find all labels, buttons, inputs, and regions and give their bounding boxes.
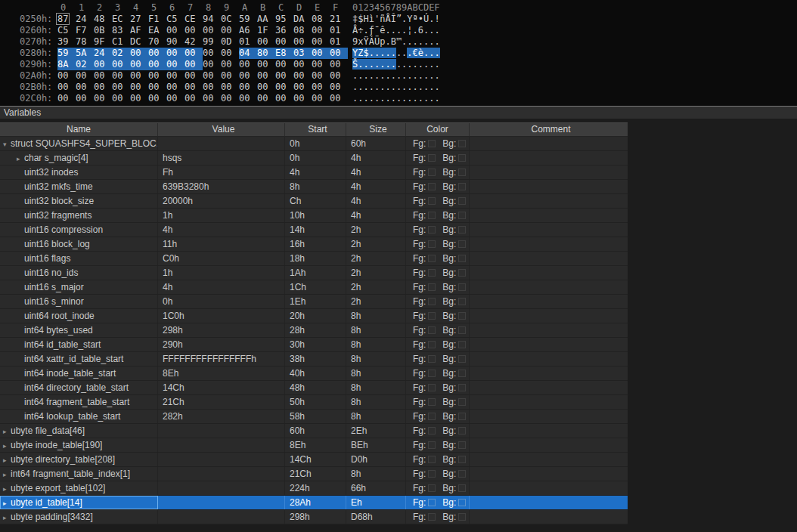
- fg-color-swatch[interactable]: [428, 240, 436, 248]
- variable-row[interactable]: ▸ubyte file_data[46]60h2EhFg:Bg:: [0, 424, 628, 438]
- fg-color-swatch[interactable]: [428, 283, 436, 291]
- hex-byte[interactable]: 00: [57, 93, 76, 104]
- hex-byte[interactable]: 70: [148, 36, 166, 48]
- hex-byte[interactable]: 00: [257, 70, 275, 82]
- hex-byte[interactable]: 00: [275, 93, 293, 104]
- hex-byte[interactable]: 00: [275, 36, 293, 48]
- bg-color-swatch[interactable]: [458, 269, 466, 277]
- hex-byte[interactable]: 36: [275, 25, 293, 36]
- hex-byte[interactable]: 0B: [94, 25, 112, 36]
- hex-byte[interactable]: EA: [148, 25, 166, 36]
- hex-byte[interactable]: 00: [221, 70, 239, 82]
- variable-row[interactable]: int64 lookup_table_start282h58h8hFg:Bg:: [0, 410, 628, 424]
- hex-byte[interactable]: 83: [112, 25, 130, 36]
- chevron-right-icon[interactable]: ▸: [14, 152, 24, 165]
- hex-ascii-column[interactable]: Å÷.ƒ¯ê....¦.6...: [352, 25, 440, 36]
- hex-byte[interactable]: 59: [57, 48, 76, 59]
- variable-row[interactable]: uint16 s_minor0h1Eh2hFg:Bg:: [0, 295, 628, 309]
- hex-byte[interactable]: A6: [239, 25, 257, 36]
- hex-byte[interactable]: DA: [293, 14, 312, 25]
- hex-byte[interactable]: 00: [130, 82, 148, 93]
- bg-color-swatch[interactable]: [458, 499, 466, 506]
- hex-byte[interactable]: EC: [112, 14, 130, 25]
- hex-byte[interactable]: 00: [239, 59, 257, 70]
- fg-color-swatch[interactable]: [428, 169, 436, 176]
- fg-color-swatch[interactable]: [428, 384, 436, 391]
- hex-byte[interactable]: 59: [239, 14, 257, 25]
- bg-color-swatch[interactable]: [458, 441, 466, 449]
- fg-color-swatch[interactable]: [428, 513, 436, 521]
- bg-color-swatch[interactable]: [458, 154, 466, 162]
- hex-ascii-column[interactable]: ................: [352, 70, 440, 81]
- variable-row[interactable]: uint64 root_inode1C0h20h8hFg:Bg:: [0, 309, 628, 323]
- fg-color-swatch[interactable]: [428, 427, 436, 435]
- hex-byte[interactable]: C1: [112, 36, 130, 48]
- bg-color-swatch[interactable]: [458, 312, 466, 320]
- fg-color-swatch[interactable]: [428, 413, 436, 420]
- hex-byte[interactable]: 00: [275, 59, 293, 70]
- hex-byte[interactable]: 95: [275, 14, 293, 25]
- hex-byte[interactable]: 00: [166, 93, 185, 104]
- hex-byte[interactable]: 00: [130, 48, 148, 59]
- hex-byte[interactable]: 00: [148, 59, 166, 70]
- fg-color-swatch[interactable]: [428, 255, 436, 262]
- hex-byte[interactable]: 00: [330, 93, 348, 104]
- bg-color-swatch[interactable]: [458, 355, 466, 363]
- fg-color-swatch[interactable]: [428, 298, 436, 305]
- bg-color-swatch[interactable]: [458, 240, 466, 248]
- hex-byte[interactable]: 01: [330, 36, 348, 48]
- hex-byte[interactable]: 00: [185, 93, 203, 104]
- hex-byte[interactable]: 00: [221, 59, 239, 70]
- variable-row[interactable]: uint16 block_log11h16h2hFg:Bg:: [0, 237, 628, 252]
- hex-byte[interactable]: 0D: [221, 36, 239, 48]
- hex-byte[interactable]: 87: [57, 14, 76, 25]
- hex-view[interactable]: 0123456789ABCDEF0123456789ABCDEF 0250h:8…: [0, 0, 797, 106]
- variable-row[interactable]: ▸char s_magic[4]hsqs0h4hFg:Bg:: [0, 151, 628, 165]
- hex-byte[interactable]: 00: [330, 82, 348, 93]
- hex-byte[interactable]: 00: [94, 70, 112, 82]
- bg-color-swatch[interactable]: [458, 140, 466, 147]
- hex-byte[interactable]: 00: [221, 25, 239, 36]
- variable-row[interactable]: ▸ubyte export_table[102]224h66hFg:Bg:: [0, 481, 628, 496]
- hex-byte[interactable]: 01: [239, 36, 257, 48]
- hex-byte[interactable]: 00: [312, 82, 330, 93]
- hex-byte[interactable]: 00: [330, 48, 348, 59]
- variable-row[interactable]: int64 xattr_id_table_startFFFFFFFFFFFFFF…: [0, 352, 628, 367]
- hex-byte[interactable]: 80: [257, 48, 275, 59]
- fg-color-swatch[interactable]: [428, 441, 436, 449]
- hex-byte[interactable]: 00: [76, 82, 94, 93]
- bg-color-swatch[interactable]: [458, 398, 466, 406]
- hex-byte[interactable]: 39: [57, 36, 76, 48]
- chevron-right-icon[interactable]: ▸: [0, 511, 11, 524]
- hex-byte[interactable]: 00: [166, 25, 185, 36]
- chevron-right-icon[interactable]: ▸: [0, 468, 11, 481]
- column-header-color[interactable]: Color: [406, 123, 470, 136]
- fg-color-swatch[interactable]: [428, 470, 436, 478]
- hex-byte[interactable]: 00: [112, 93, 130, 104]
- hex-rows[interactable]: 0250h:872448EC27F1C5CE940C59AA95DA0821‡$…: [0, 14, 797, 104]
- variable-row[interactable]: uint32 block_size20000hCh4hFg:Bg:: [0, 194, 628, 209]
- hex-byte[interactable]: 00: [112, 70, 130, 82]
- hex-byte[interactable]: 00: [185, 48, 203, 59]
- variable-row[interactable]: int64 bytes_used298h28h8hFg:Bg:: [0, 323, 628, 338]
- hex-byte[interactable]: 00: [203, 93, 221, 104]
- hex-byte[interactable]: 00: [312, 48, 330, 59]
- column-header-size[interactable]: Size: [346, 123, 406, 136]
- hex-byte[interactable]: 00: [293, 82, 312, 93]
- fg-color-swatch[interactable]: [428, 484, 436, 492]
- hex-byte[interactable]: 03: [293, 48, 312, 59]
- fg-color-swatch[interactable]: [428, 370, 436, 377]
- column-header-name[interactable]: Name: [0, 123, 158, 136]
- bg-color-swatch[interactable]: [458, 427, 466, 435]
- hex-byte[interactable]: AA: [257, 14, 275, 25]
- variable-row[interactable]: ▸ubyte padding[3432]298hD68hFg:Bg:: [0, 510, 628, 524]
- variable-row[interactable]: uint32 mkfs_time639B3280h8h4hFg:Bg:: [0, 180, 628, 194]
- chevron-right-icon[interactable]: ▸: [0, 482, 11, 495]
- hex-byte[interactable]: 94: [203, 14, 221, 25]
- bg-color-swatch[interactable]: [458, 169, 466, 176]
- hex-byte[interactable]: 00: [94, 59, 112, 70]
- bg-color-swatch[interactable]: [458, 470, 466, 478]
- hex-byte[interactable]: 00: [185, 59, 203, 70]
- hex-byte[interactable]: 0C: [221, 14, 239, 25]
- hex-byte[interactable]: 1F: [257, 25, 275, 36]
